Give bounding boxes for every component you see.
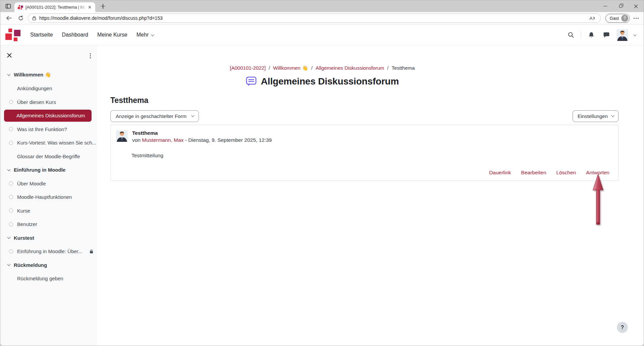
course-index-list: Willkommen 👋 Ankündigungen Über diesen K… <box>0 68 97 285</box>
header-divider <box>581 31 581 39</box>
completion-circle-icon <box>9 127 13 131</box>
lock-icon <box>32 16 36 20</box>
post-byline: von Mustermann, Max - Dienstag, 9. Septe… <box>132 137 272 143</box>
sidebar-item-einfuehrung-in-moodle[interactable]: Einführung in Moodle <box>0 163 97 177</box>
browser-toolbar: https://moodle.diakovere.de/mod/forum/di… <box>0 12 644 24</box>
profile-avatar: ? <box>621 15 628 22</box>
url-text: https://moodle.diakovere.de/mod/forum/di… <box>39 15 588 21</box>
sidebar-item-kurstest[interactable]: Kurstest <box>0 231 97 245</box>
refresh-icon[interactable] <box>16 13 26 23</box>
chevron-down-icon[interactable] <box>7 236 11 239</box>
primary-nav: Startseite Dashboard Meine Kurse Mehr <box>30 32 153 38</box>
settings-dropdown-button[interactable]: Einstellungen <box>573 110 619 122</box>
close-drawer-icon[interactable] <box>7 53 12 58</box>
back-icon[interactable] <box>4 13 14 23</box>
notifications-bell-icon[interactable] <box>586 30 596 40</box>
sidebar-item-kurse[interactable]: Kurse <box>0 204 97 218</box>
drawer-kebab-menu-icon[interactable] <box>90 55 91 58</box>
lock-icon <box>90 249 93 253</box>
nav-startseite[interactable]: Startseite <box>30 32 53 38</box>
permalink-link[interactable]: Dauerlink <box>489 170 511 176</box>
browser-menu-icon[interactable] <box>632 14 640 22</box>
chevron-down-icon <box>191 114 195 117</box>
post-title: Testthema <box>132 130 272 136</box>
forum-speech-bubble-icon <box>246 76 257 86</box>
sidebar-item-willkommen[interactable]: Willkommen 👋 <box>0 68 97 82</box>
annotation-arrow-up-icon <box>592 173 604 226</box>
post-author-avatar[interactable] <box>116 130 128 142</box>
chevron-down-icon[interactable] <box>7 73 11 76</box>
chevron-down-icon <box>611 114 614 117</box>
moodle-header: Startseite Dashboard Meine Kurse Mehr <box>0 24 644 46</box>
breadcrumb-section-link[interactable]: Willkommen 👋 <box>273 65 308 71</box>
breadcrumb-current: Testthema <box>391 65 415 71</box>
completion-circle-icon <box>9 209 13 213</box>
window-minimize-button[interactable] <box>597 0 613 12</box>
post-body: Testmitteilung <box>131 153 163 159</box>
tab-close-icon[interactable] <box>87 4 93 10</box>
edit-link[interactable]: Bearbeiten <box>521 170 546 176</box>
breadcrumb: [A000101-2022] / Willkommen 👋 / Allgemei… <box>97 46 644 71</box>
breadcrumb-course-link[interactable]: [A000101-2022] <box>230 65 266 71</box>
completion-circle-icon <box>9 249 13 253</box>
diakovere-logo[interactable] <box>5 28 21 42</box>
chevron-down-icon[interactable] <box>7 168 11 171</box>
favicon-moodle-logo <box>18 5 23 10</box>
window-restore-button[interactable] <box>613 0 628 12</box>
completion-circle-icon <box>9 181 13 185</box>
sidebar-item-moodle-hauptfunktionen[interactable]: Moodle-Hauptfunktionen <box>0 190 97 204</box>
chevron-down-icon[interactable] <box>7 263 11 266</box>
discussion-title: Testthema <box>110 96 619 105</box>
course-index-drawer: Willkommen 👋 Ankündigungen Über diesen K… <box>0 46 97 346</box>
sidebar-item-benutzer[interactable]: Benutzer <box>0 218 97 231</box>
nav-meine-kurse[interactable]: Meine Kurse <box>97 32 127 38</box>
browser-tab[interactable]: [A000101-2022]: Testthema | Moo <box>14 2 95 12</box>
sidebar-item-ueber-diesen-kurs[interactable]: Über diesen Kurs <box>0 95 97 109</box>
breadcrumb-forum-link[interactable]: Allgemeines Diskussionsforum <box>316 65 384 71</box>
sidebar-item-allgemeines-diskussionsforum[interactable]: Allgemeines Diskussionsforum <box>4 110 92 122</box>
completion-circle-icon <box>9 195 13 199</box>
delete-link[interactable]: Löschen <box>556 170 576 176</box>
browser-window: [A000101-2022]: Testthema | Moo https://… <box>0 0 644 346</box>
main-content: [A000101-2022] / Willkommen 👋 / Allgemei… <box>97 46 644 346</box>
profile-name: Gast <box>610 16 619 21</box>
sidebar-item-kurs-vortest[interactable]: Kurs-Vortest: Was wissen Sie sch... <box>0 136 97 150</box>
sidebar-item-was-ist-ihre-funktion[interactable]: Was ist Ihre Funktion? <box>0 122 97 136</box>
search-icon[interactable] <box>566 30 576 40</box>
sidebar-item-rueckmeldung[interactable]: Rückmeldung <box>0 258 97 272</box>
new-tab-button[interactable] <box>99 2 107 11</box>
sidebar-item-einfuehrung-locked[interactable]: Einführung in Moodle: Über... <box>0 245 97 258</box>
window-close-button[interactable] <box>628 0 644 12</box>
nav-dashboard[interactable]: Dashboard <box>62 32 88 38</box>
read-aloud-icon[interactable]: A <box>588 16 597 21</box>
user-avatar[interactable] <box>616 29 628 41</box>
sidebar-item-rueckmeldung-geben[interactable]: Rückmeldung geben <box>0 272 97 286</box>
address-bar[interactable]: https://moodle.diakovere.de/mod/forum/di… <box>28 13 601 23</box>
completion-circle-icon <box>9 141 13 145</box>
sidebar-item-glossar[interactable]: Glossar der Moodle-Begriffe <box>0 150 97 163</box>
completion-circle-icon <box>9 222 13 226</box>
page-title: Allgemeines Diskussionsforum <box>261 76 399 87</box>
tab-actions-icon[interactable] <box>4 2 12 11</box>
browser-profile-button[interactable]: Gast ? <box>605 14 630 23</box>
post-actions: Dauerlink Bearbeiten Löschen Antworten <box>489 170 609 176</box>
sidebar-item-ankuendigungen[interactable]: Ankündigungen <box>0 82 97 96</box>
browser-tab-strip: [A000101-2022]: Testthema | Moo <box>0 0 644 12</box>
display-mode-select[interactable]: Anzeige in geschachtelter Form <box>110 110 199 122</box>
forum-post-card: Testthema von Mustermann, Max - Dienstag… <box>110 125 619 181</box>
post-author-link[interactable]: Mustermann, Max <box>142 137 183 143</box>
tab-title: [A000101-2022]: Testthema | Moo <box>25 5 87 10</box>
chevron-down-icon <box>151 33 154 36</box>
chevron-down-icon[interactable] <box>633 33 637 36</box>
completion-circle-icon <box>9 100 13 104</box>
help-button[interactable]: ? <box>617 322 628 333</box>
messages-chat-icon[interactable] <box>601 30 611 40</box>
nav-mehr[interactable]: Mehr <box>137 32 153 38</box>
sidebar-item-ueber-moodle[interactable]: Über Moodle <box>0 177 97 190</box>
